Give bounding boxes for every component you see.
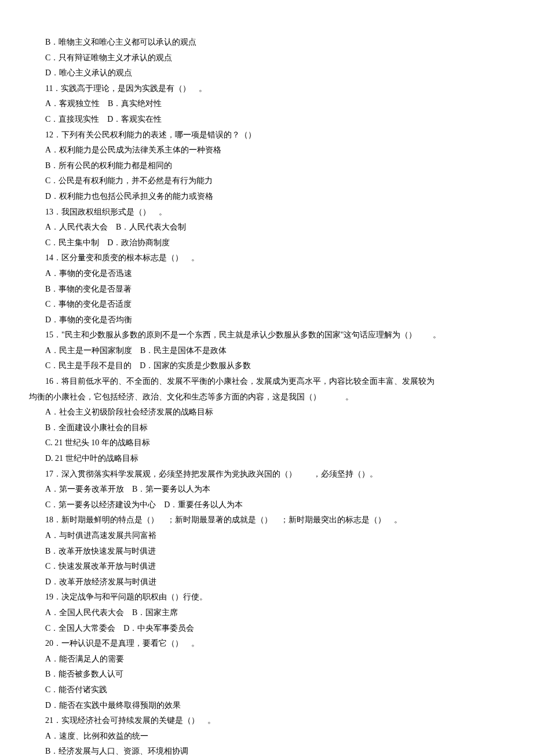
- text-line: 均衡的小康社会，它包括经济、政治、文化和生态等多方面的内容，这是我国（） 。: [29, 390, 504, 405]
- text-line: C．直接现实性 D．客观实在性: [29, 112, 504, 128]
- text-line: C．事物的变化是否适度: [29, 297, 504, 312]
- text-line: 19．决定战争与和平问题的职权由（）行使。: [29, 590, 504, 605]
- text-line: A．全国人民代表大会 B．国家主席: [29, 605, 504, 621]
- text-line: D．事物的变化是否均衡: [29, 312, 504, 328]
- text-line: A．速度、比例和效益的统一: [29, 729, 504, 744]
- text-line: 13．我国政权组织形式是（） 。: [29, 205, 504, 220]
- text-line: A．权利能力是公民成为法律关系主体的一种资格: [29, 143, 504, 158]
- text-line: A．社会主义初级阶段社会经济发展的战略目标: [29, 405, 504, 420]
- text-line: A．与时俱进高速发展共同富裕: [29, 528, 504, 544]
- text-line: 14．区分量变和质变的根本标志是（） 。: [29, 250, 504, 266]
- text-line: A．事物的变化是否迅速: [29, 266, 504, 282]
- text-line: D．改革开放经济发展与时俱进: [29, 575, 504, 590]
- text-line: A．人民代表大会 B．人民代表大会制: [29, 220, 504, 235]
- text-line: B．所有公民的权利能力都是相同的: [29, 158, 504, 174]
- text-line: C．公民是有权利能力，并不必然是有行为能力: [29, 173, 504, 189]
- text-line: B．经济发展与人口、资源、环境相协调: [29, 744, 504, 756]
- text-line: D. 21 世纪中叶的战略目标: [29, 451, 504, 467]
- text-line: B．能否被多数人认可: [29, 667, 504, 682]
- text-line: 16．将目前低水平的、不全面的、发展不平衡的小康社会，发展成为更高水平，内容比较…: [29, 374, 504, 390]
- text-line: 20．一种认识是不是真理，要看它（） 。: [29, 636, 504, 652]
- text-line: B．唯物主义和唯心主义都可以承认的观点: [29, 35, 504, 50]
- text-line: C．全国人大常委会 D．中央军事委员会: [29, 621, 504, 637]
- text-line: C．民主集中制 D．政治协商制度: [29, 235, 504, 251]
- text-line: C. 21 世纪头 10 年的战略目标: [29, 435, 504, 451]
- text-line: A．能否满足人的需要: [29, 652, 504, 667]
- text-line: C．快速发展改革开放与时俱进: [29, 559, 504, 575]
- text-line: D．能否在实践中最终取得预期的效果: [29, 698, 504, 714]
- text-line: B．改革开放快速发展与时俱进: [29, 544, 504, 559]
- text-line: A．第一要务改革开放 B．第一要务以人为本: [29, 482, 504, 497]
- text-line: D．唯心主义承认的观点: [29, 66, 504, 81]
- text-line: 11．实践高于理论，是因为实践是有（） 。: [29, 81, 504, 97]
- text-line: B．全面建设小康社会的目标: [29, 420, 504, 436]
- text-line: 15．"民主和少数服从多数的原则不是一个东西，民主就是承认少数服从多数的国家"这…: [29, 328, 504, 343]
- text-line: C．第一要务以经济建设为中心 D．重要任务以人为本: [29, 497, 504, 513]
- text-line: 21．实现经济社会可持续发展的关键是（） 。: [29, 713, 504, 729]
- text-line: 17．深入贯彻落实科学发展观，必须坚持把发展作为党执政兴国的（） ，必须坚持（）…: [29, 467, 504, 482]
- text-line: C．能否付诸实践: [29, 682, 504, 698]
- text-line: D．权利能力也包括公民承担义务的能力或资格: [29, 189, 504, 205]
- text-line: B．事物的变化是否显著: [29, 282, 504, 297]
- text-line: 12．下列有关公民权利能力的表述，哪一项是错误的？（）: [29, 128, 504, 143]
- text-line: C．民主是手段不是目的 D．国家的实质是少数服从多数: [29, 358, 504, 374]
- text-line: A．客观独立性 B．真实绝对性: [29, 96, 504, 112]
- text-line: 18．新时期最鲜明的特点是（） ；新时期最显著的成就是（） ；新时期最突出的标志…: [29, 513, 504, 528]
- text-line: A．民主是一种国家制度 B．民主是国体不是政体: [29, 343, 504, 359]
- text-line: C．只有辩证唯物主义才承认的观点: [29, 50, 504, 66]
